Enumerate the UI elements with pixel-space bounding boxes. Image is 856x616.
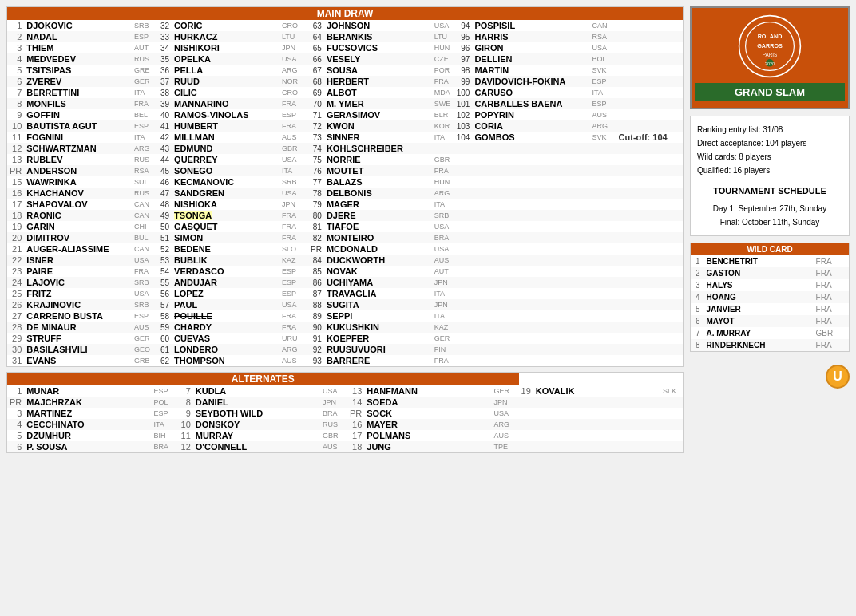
table-row: 1DJOKOVICSRB32CORICCRO63JOHNSONUSA94POSP… — [7, 20, 683, 31]
alt-num1: 4 — [7, 419, 24, 430]
alt-num3: PR — [347, 408, 364, 419]
row-num: 18 — [7, 210, 24, 221]
player1: DIMITROV — [24, 232, 132, 243]
player4: HARRIS — [472, 31, 589, 42]
alt-num3: 16 — [347, 419, 364, 430]
country2: ESP — [279, 277, 302, 288]
player1: RAONIC — [24, 210, 132, 221]
player2: SONEGO — [172, 165, 279, 176]
country4: ESP — [590, 76, 612, 87]
player3: HERBERT — [324, 76, 432, 87]
roland-garros-logo: ROLAND GARROS PARIS 2020 — [738, 14, 802, 78]
row-num: 7 — [7, 87, 24, 98]
table-row: 23PAIREFRA54VERDASCOESP85NOVAKAUT — [7, 266, 683, 277]
player3: KOEPFER — [324, 333, 432, 344]
row-num: 26 — [7, 299, 24, 310]
svg-text:GARROS: GARROS — [757, 42, 783, 49]
row-num: 29 — [7, 333, 24, 344]
alt-country3: TPE — [492, 441, 514, 452]
num3: 85 — [307, 266, 324, 277]
num3: 79 — [307, 199, 324, 210]
player2: VERDASCO — [172, 266, 279, 277]
player1: WAWRINKA — [24, 176, 132, 188]
alt-country1: ESP — [152, 408, 174, 419]
player2: QUERREY — [172, 154, 279, 165]
num3: 87 — [307, 288, 324, 299]
wc-player: RINDERKNECH — [703, 339, 813, 352]
country3: KAZ — [432, 322, 454, 333]
country2: ESP — [279, 109, 302, 120]
row-num: 8 — [7, 98, 24, 109]
player1: ISNER — [24, 255, 132, 266]
alternates-title: ALTERNATES — [7, 373, 519, 385]
num4: 99 — [454, 76, 473, 87]
country3: BLR — [432, 109, 454, 120]
alt-player3: JUNG — [364, 441, 491, 452]
player3: M. YMER — [324, 98, 432, 109]
player4: CARUSO — [472, 87, 589, 98]
num2: 36 — [154, 65, 172, 76]
player2: SANDGREN — [172, 188, 279, 199]
row-num: 31 — [7, 355, 24, 366]
table-row: 25FRITZUSA56LOPEZESP87TRAVAGLIAITA — [7, 288, 683, 299]
num3: 89 — [307, 310, 324, 322]
alt-country3: AUS — [492, 430, 514, 441]
player1: EVANS — [24, 355, 132, 366]
row-num: 10 — [7, 120, 24, 132]
num3: 77 — [307, 176, 324, 188]
country1: CHI — [132, 221, 154, 232]
num3: 73 — [307, 132, 324, 143]
num2: 40 — [154, 109, 172, 120]
num3: 76 — [307, 165, 324, 176]
country1: FRA — [132, 266, 154, 277]
country1: SRB — [132, 277, 154, 288]
num4: 104 — [454, 132, 473, 143]
player1: AUGER-ALIASSIME — [24, 243, 132, 255]
table-row: 1MUNARESP7KUDLAUSA13HANFMANNGER19KOVALIK… — [7, 385, 683, 397]
alt-player3: SOEDA — [364, 397, 491, 408]
country3: ITA — [432, 132, 454, 143]
country2: FRA — [279, 232, 302, 243]
alt-num2: 8 — [179, 397, 193, 408]
num3: 88 — [307, 299, 324, 310]
wc-player: HOANG — [703, 291, 813, 303]
num2: 60 — [154, 333, 172, 344]
country2: USA — [279, 154, 302, 165]
num3: 64 — [307, 31, 324, 42]
wc-num: 1 — [691, 255, 703, 267]
player4: DAVIDOVICH-FOKINA — [472, 76, 589, 87]
player1: STRUFF — [24, 333, 132, 344]
alt-country3: ARG — [492, 419, 514, 430]
num3: 81 — [307, 221, 324, 232]
row-num: 1 — [7, 20, 24, 31]
player2: CUEVAS — [172, 333, 279, 344]
alt-player1: DZUMHUR — [24, 430, 151, 441]
table-row: 4MEDVEDEVRUS35OPELKAUSA66VESELYCZE97DELL… — [7, 53, 683, 65]
row-num: 12 — [7, 143, 24, 154]
player1: DJOKOVIC — [24, 20, 132, 31]
table-row: 5DZUMHURBIH11MURRAYGBR17POLMANSAUS — [7, 430, 683, 441]
table-row: 7BERRETTINIITA38CILICCRO69ALBOTMDA100CAR… — [7, 87, 683, 98]
country1: GRB — [132, 355, 154, 366]
wc-player: MAYOT — [703, 315, 813, 327]
player2: KECMANOVIC — [172, 176, 279, 188]
country2: JPN — [279, 42, 302, 53]
wc-num: 5 — [691, 303, 703, 315]
country3: SWE — [432, 98, 454, 109]
player1: PAIRE — [24, 266, 132, 277]
num3: 74 — [307, 143, 324, 154]
table-row: 21AUGER-ALIASSIMECAN52BEDENESLOPRMCDONAL… — [7, 243, 683, 255]
table-row: 28DE MINAURAUS59CHARDYFRA90KUKUSHKINKAZ — [7, 322, 683, 333]
player4: MARTIN — [472, 65, 589, 76]
player4: GIRON — [472, 42, 589, 53]
country1: CAN — [132, 210, 154, 221]
num3: 92 — [307, 344, 324, 355]
alt-num2: 9 — [179, 408, 193, 419]
num2: 59 — [154, 322, 172, 333]
num3: 67 — [307, 65, 324, 76]
alt-player2: MURRAY — [193, 430, 320, 441]
player3: TRAVAGLIA — [324, 288, 432, 299]
player3: BERANKIS — [324, 31, 432, 42]
wc-row: 3 HALYS FRA — [691, 279, 850, 291]
country3: ITA — [432, 288, 454, 299]
